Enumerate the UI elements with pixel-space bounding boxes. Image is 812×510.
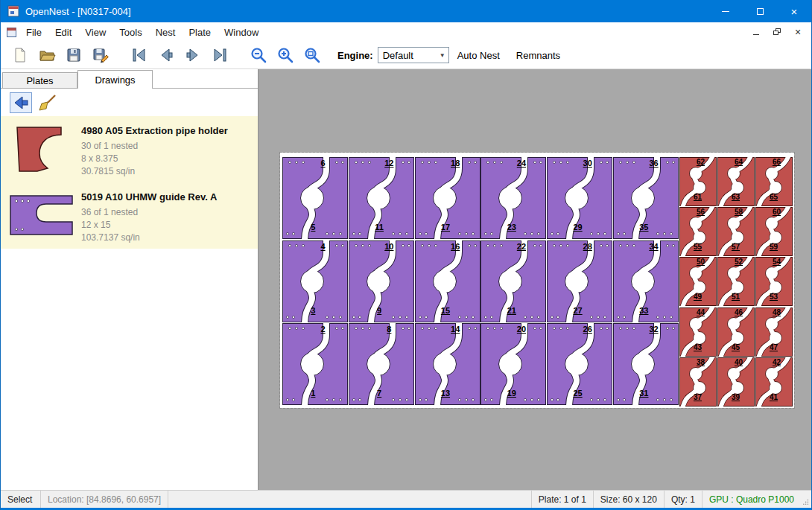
- status-size: Size: 60 x 120: [593, 491, 664, 508]
- part-nested-count: 30 of 1 nested: [81, 140, 228, 153]
- zoom-in-button[interactable]: [272, 44, 299, 66]
- last-arrow-icon: [212, 47, 228, 63]
- nest-part-pair-purple[interactable]: 3029: [547, 157, 612, 239]
- nest-part-pair-purple[interactable]: 3231: [613, 323, 679, 405]
- nest-canvas[interactable]: 6512111817242330293635431091615222128273…: [258, 69, 811, 490]
- new-button[interactable]: [7, 44, 34, 66]
- mdi-minimize-button[interactable]: [749, 25, 764, 39]
- nest-part-pair-red[interactable]: 4039: [717, 357, 755, 407]
- nest-part-pair-red[interactable]: 6059: [755, 207, 793, 256]
- nest-part-pair-red[interactable]: 6665: [755, 157, 793, 206]
- previous-arrow-icon: [158, 47, 174, 63]
- nest-part-pair-red[interactable]: 4443: [679, 307, 717, 357]
- part-number: 24: [517, 159, 526, 168]
- open-button[interactable]: [34, 44, 60, 66]
- nest-part-pair-red[interactable]: 4645: [717, 307, 755, 357]
- part-list-item[interactable]: 4980 A05 Extraction pipe holder 30 of 1 …: [1, 116, 258, 182]
- part-thumbnail-purple: [7, 187, 77, 244]
- mdi-restore-button[interactable]: [770, 25, 784, 39]
- nest-part-pair-purple[interactable]: 2625: [547, 323, 612, 405]
- engine-dropdown[interactable]: Default ▼: [378, 47, 449, 63]
- part-size: 12 x 15: [81, 219, 217, 232]
- nest-part-pair-purple[interactable]: 109: [349, 240, 414, 322]
- zoom-fit-button[interactable]: [299, 44, 326, 66]
- nest-part-pair-purple[interactable]: 1211: [349, 157, 414, 239]
- minimize-button[interactable]: [708, 0, 743, 22]
- menu-view[interactable]: View: [78, 24, 112, 41]
- nav-first-button[interactable]: [126, 44, 153, 66]
- part-number: 65: [770, 193, 778, 201]
- mdi-close-button[interactable]: ×: [790, 25, 805, 39]
- menu-edit[interactable]: Edit: [48, 24, 78, 41]
- send-to-nest-button[interactable]: [10, 92, 32, 113]
- nest-part-pair-red[interactable]: 5453: [755, 257, 793, 306]
- nest-part-pair-purple[interactable]: 65: [282, 157, 348, 239]
- zoom-fit-icon: [303, 46, 321, 64]
- part-number: 2: [320, 325, 325, 334]
- menu-nest[interactable]: Nest: [149, 24, 183, 41]
- save-as-icon: [92, 46, 110, 64]
- menu-file[interactable]: File: [19, 24, 48, 41]
- nest-part-pair-purple[interactable]: 2827: [547, 240, 612, 322]
- resize-grip[interactable]: [801, 491, 811, 508]
- save-as-button[interactable]: [87, 44, 114, 66]
- part-number: 58: [735, 208, 743, 216]
- part-number: 27: [573, 306, 582, 315]
- nest-part-pair-red[interactable]: 4847: [755, 307, 793, 357]
- menu-plate[interactable]: Plate: [182, 24, 218, 41]
- nest-part-pair-purple[interactable]: 21: [282, 323, 348, 405]
- close-button[interactable]: ×: [777, 0, 811, 22]
- clear-button[interactable]: [37, 92, 59, 113]
- tab-drawings[interactable]: Drawings: [77, 70, 153, 89]
- status-qty: Qty: 1: [664, 491, 702, 508]
- nest-part-pair-red[interactable]: 5857: [717, 207, 755, 256]
- nest-part-pair-purple[interactable]: 2221: [480, 240, 546, 322]
- part-number: 61: [694, 193, 702, 201]
- nest-part-pair-red[interactable]: 4241: [755, 357, 793, 407]
- part-number: 19: [507, 389, 516, 398]
- part-number: 11: [375, 223, 384, 232]
- nest-part-pair-purple[interactable]: 3433: [613, 240, 679, 322]
- part-number: 60: [773, 208, 781, 216]
- nest-part-pair-red[interactable]: 5251: [717, 257, 755, 306]
- maximize-button[interactable]: [743, 0, 777, 22]
- nest-part-pair-purple[interactable]: 43: [282, 240, 348, 322]
- part-title: 5019 A10 UHMW guide Rev. A: [81, 191, 217, 203]
- part-number: 45: [732, 343, 740, 351]
- nest-part-pair-purple[interactable]: 1413: [415, 323, 480, 405]
- part-number: 52: [735, 258, 743, 266]
- nest-part-pair-red[interactable]: 6463: [717, 157, 755, 206]
- nest-part-pair-red[interactable]: 6261: [679, 157, 717, 206]
- remnants-button[interactable]: Remnants: [508, 50, 568, 61]
- save-button[interactable]: [60, 44, 87, 66]
- nest-part-pair-purple[interactable]: 1817: [415, 157, 480, 239]
- nest-part-pair-red[interactable]: 5655: [679, 207, 717, 256]
- part-number: 16: [451, 242, 460, 251]
- part-number: 63: [732, 193, 740, 201]
- part-number: 54: [773, 258, 781, 266]
- app-window: OpenNest - [N0317-004] × File Edit View …: [0, 0, 812, 510]
- blue-arrow-icon: [12, 95, 30, 111]
- part-number: 43: [694, 343, 702, 351]
- part-list-item[interactable]: 5019 A10 UHMW guide Rev. A 36 of 1 neste…: [1, 182, 258, 249]
- nest-part-pair-purple[interactable]: 2423: [480, 157, 546, 239]
- part-number: 39: [732, 393, 740, 401]
- zoom-out-button[interactable]: [245, 44, 272, 66]
- nest-part-pair-purple[interactable]: 87: [349, 323, 414, 405]
- nav-previous-button[interactable]: [153, 44, 180, 66]
- nav-next-button[interactable]: [180, 44, 206, 66]
- nest-part-pair-red[interactable]: 5049: [679, 257, 717, 306]
- nav-last-button[interactable]: [206, 44, 233, 66]
- auto-nest-button[interactable]: Auto Nest: [449, 50, 508, 61]
- menu-window[interactable]: Window: [218, 24, 265, 41]
- nest-part-pair-purple[interactable]: 2019: [480, 323, 546, 405]
- menu-tools[interactable]: Tools: [112, 24, 148, 41]
- part-number: 28: [583, 242, 592, 251]
- part-number: 59: [770, 243, 778, 251]
- plate-sheet[interactable]: 6512111817242330293635431091615222128273…: [280, 153, 794, 408]
- nest-part-pair-purple[interactable]: 1615: [415, 240, 480, 322]
- tab-plates[interactable]: Plates: [2, 72, 77, 88]
- nest-part-pair-red[interactable]: 3837: [679, 357, 717, 407]
- nest-part-pair-purple[interactable]: 3635: [613, 157, 679, 239]
- part-number: 32: [649, 325, 658, 334]
